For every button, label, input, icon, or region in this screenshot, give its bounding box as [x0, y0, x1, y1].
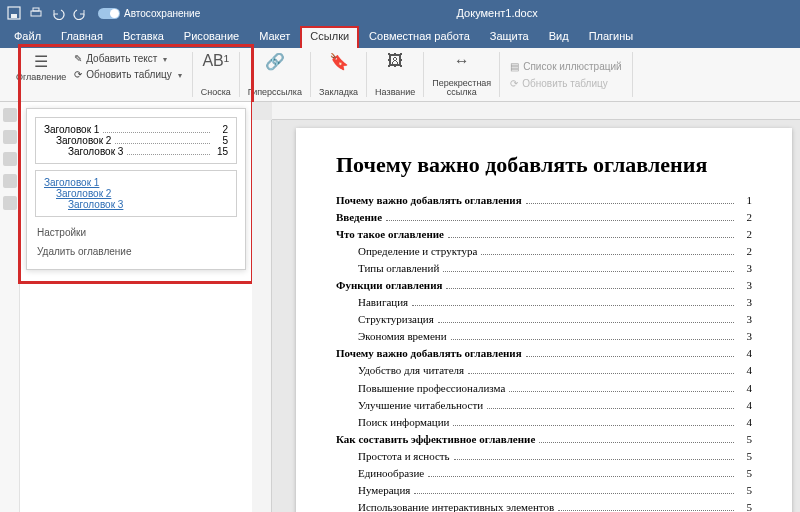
tab-protect[interactable]: Защита — [480, 26, 539, 48]
toc-entry[interactable]: Навигация3 — [336, 294, 752, 311]
ribbon-crossref[interactable]: ↔ Перекрестнаяссылка — [424, 52, 500, 97]
ribbon-toc-group: ☰ Оглавление ✎Добавить текст ⟳Обновить т… — [8, 52, 193, 97]
toc-entry[interactable]: Единообразие5 — [336, 465, 752, 482]
strip-icon[interactable] — [3, 130, 17, 144]
strip-icon[interactable] — [3, 152, 17, 166]
list-icon: ▤ — [510, 61, 519, 72]
toggle-switch-icon[interactable] — [98, 8, 120, 19]
add-text-icon: ✎ — [74, 53, 82, 64]
quick-access-toolbar — [6, 5, 88, 21]
toc-entry[interactable]: Использование интерактивных элементов5 — [336, 499, 752, 512]
toc-link-row[interactable]: Заголовок 3 — [44, 199, 228, 210]
tab-view[interactable]: Вид — [539, 26, 579, 48]
page-title: Почему важно добавлять оглавления — [336, 152, 752, 178]
ribbon-footnote[interactable]: AB¹ Сноска — [193, 52, 240, 97]
save-icon[interactable] — [6, 5, 22, 21]
toc-entry[interactable]: Определение и структура2 — [336, 243, 752, 260]
autosave-label: Автосохранение — [124, 8, 200, 19]
toc-entry[interactable]: Экономия времени3 — [336, 328, 752, 345]
tab-draw[interactable]: Рисование — [174, 26, 249, 48]
toc-entry[interactable]: Удобство для читателя4 — [336, 362, 752, 379]
document-area: Почему важно добавлять оглавления Почему… — [252, 102, 800, 512]
toc-style-links[interactable]: Заголовок 1Заголовок 2Заголовок 3 — [35, 170, 237, 217]
toc-entry[interactable]: Поиск информации4 — [336, 414, 752, 431]
toc-entry[interactable]: Повышение профессионализма4 — [336, 380, 752, 397]
print-icon[interactable] — [28, 5, 44, 21]
toc-sample-row: Заголовок 12 — [44, 124, 228, 135]
strip-icon[interactable] — [3, 174, 17, 188]
toc-link-row[interactable]: Заголовок 2 — [44, 188, 228, 199]
svg-rect-3 — [33, 8, 39, 11]
document-toc: Почему важно добавлять оглавления1Введен… — [336, 192, 752, 512]
toc-entry[interactable]: Структуризация3 — [336, 311, 752, 328]
toc-dropdown-panel: Заголовок 12Заголовок 25Заголовок 315 За… — [20, 102, 252, 512]
vertical-ruler[interactable] — [252, 120, 272, 512]
toc-style-dotted[interactable]: Заголовок 12Заголовок 25Заголовок 315 — [35, 117, 237, 164]
toc-entry[interactable]: Как составить эффективное оглавление5 — [336, 431, 752, 448]
autosave-toggle[interactable]: Автосохранение — [98, 8, 200, 19]
toc-entry[interactable]: Нумерация5 — [336, 482, 752, 499]
refresh-icon: ⟳ — [74, 69, 82, 80]
toc-button[interactable]: Оглавление — [16, 73, 66, 82]
ribbon: ☰ Оглавление ✎Добавить текст ⟳Обновить т… — [0, 48, 800, 102]
tab-file[interactable]: Файл — [4, 26, 51, 48]
ribbon-figlist-group: ▤Список иллюстраций ⟳Обновить таблицу — [500, 52, 632, 97]
update-table2-button: ⟳Обновить таблицу — [508, 77, 610, 90]
toc-link-row[interactable]: Заголовок 1 — [44, 177, 228, 188]
add-text-button[interactable]: ✎Добавить текст — [72, 52, 184, 65]
undo-icon[interactable] — [50, 5, 66, 21]
toc-entry[interactable]: Почему важно добавлять оглавления1 — [336, 192, 752, 209]
toc-entry[interactable]: Введение2 — [336, 209, 752, 226]
toc-remove-option[interactable]: Удалить оглавление — [35, 242, 237, 261]
title-bar: Автосохранение Документ1.docx — [0, 0, 800, 26]
toc-entry[interactable]: Улучшение читабельности4 — [336, 397, 752, 414]
toc-entry[interactable]: Почему важно добавлять оглавления4 — [336, 345, 752, 362]
document-title: Документ1.docx — [200, 7, 794, 19]
ribbon-bookmark[interactable]: 🔖 Закладка — [311, 52, 367, 97]
toc-icon[interactable]: ☰ — [34, 52, 48, 71]
svg-rect-2 — [31, 11, 41, 16]
left-tool-strip — [0, 102, 20, 512]
caption-icon: 🖼 — [387, 52, 403, 70]
link-icon: 🔗 — [265, 52, 285, 71]
figure-list-button[interactable]: ▤Список иллюстраций — [508, 60, 623, 73]
update-table-button[interactable]: ⟳Обновить таблицу — [72, 68, 184, 81]
refresh-icon: ⟳ — [510, 78, 518, 89]
toc-entry[interactable]: Функции оглавления3 — [336, 277, 752, 294]
tab-layout[interactable]: Макет — [249, 26, 300, 48]
toc-entry[interactable]: Простота и ясность5 — [336, 448, 752, 465]
toc-settings-option[interactable]: Настройки — [35, 223, 237, 242]
ribbon-caption[interactable]: 🖼 Название — [367, 52, 424, 97]
svg-rect-1 — [11, 14, 17, 18]
document-page[interactable]: Почему важно добавлять оглавления Почему… — [296, 128, 792, 512]
toc-sample-row: Заголовок 315 — [44, 146, 228, 157]
footnote-icon: AB¹ — [202, 52, 229, 70]
tab-home[interactable]: Главная — [51, 26, 113, 48]
crossref-icon: ↔ — [454, 52, 470, 70]
toc-sample-row: Заголовок 25 — [44, 135, 228, 146]
strip-icon[interactable] — [3, 108, 17, 122]
tab-insert[interactable]: Вставка — [113, 26, 174, 48]
redo-icon[interactable] — [72, 5, 88, 21]
toc-entry[interactable]: Что такое оглавление2 — [336, 226, 752, 243]
tab-references[interactable]: Ссылки — [300, 26, 359, 48]
strip-icon[interactable] — [3, 196, 17, 210]
workspace: Заголовок 12Заголовок 25Заголовок 315 За… — [0, 102, 800, 512]
tab-plugins[interactable]: Плагины — [579, 26, 644, 48]
toc-popup: Заголовок 12Заголовок 25Заголовок 315 За… — [26, 108, 246, 270]
tab-collaboration[interactable]: Совместная работа — [359, 26, 480, 48]
bookmark-icon: 🔖 — [329, 52, 349, 71]
horizontal-ruler[interactable] — [272, 102, 800, 120]
menu-bar: Файл Главная Вставка Рисование Макет Ссы… — [0, 26, 800, 48]
toc-entry[interactable]: Типы оглавлений3 — [336, 260, 752, 277]
ribbon-hyperlink[interactable]: 🔗 Гиперссылка — [240, 52, 311, 97]
